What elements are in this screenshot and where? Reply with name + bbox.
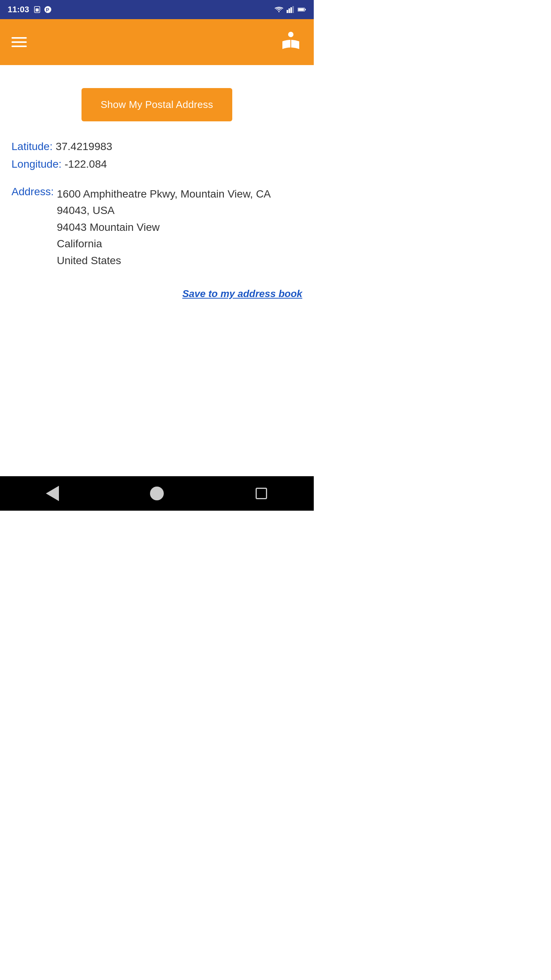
svg-rect-1 — [36, 8, 39, 11]
status-bar-left: 11:03 P — [8, 5, 52, 15]
battery-icon — [298, 5, 306, 14]
save-link-container: Save to my address book — [11, 288, 302, 300]
save-to-address-book-link[interactable]: Save to my address book — [182, 288, 302, 299]
pocket-casts-icon: P — [44, 5, 52, 14]
svg-point-4 — [279, 11, 280, 12]
svg-rect-11 — [298, 8, 304, 11]
hamburger-menu-icon[interactable] — [11, 37, 27, 47]
svg-rect-5 — [287, 10, 288, 13]
back-button[interactable] — [43, 484, 62, 503]
recents-square-icon — [256, 488, 267, 499]
wifi-icon — [275, 5, 283, 14]
svg-rect-7 — [290, 7, 292, 13]
signal-icon — [286, 5, 295, 14]
svg-rect-10 — [305, 9, 306, 10]
latitude-label: Latitude: — [11, 140, 52, 153]
svg-rect-8 — [292, 6, 294, 13]
main-content: Show My Postal Address Latitude: 37.4219… — [0, 65, 314, 476]
latitude-row: Latitude: 37.4219983 — [11, 140, 302, 153]
home-button[interactable] — [147, 484, 166, 503]
longitude-row: Longitude: -122.084 — [11, 158, 302, 170]
address-line-4: United States — [57, 252, 303, 269]
app-logo-icon — [279, 31, 302, 54]
svg-text:P: P — [46, 7, 49, 13]
recents-button[interactable] — [252, 484, 271, 503]
back-arrow-icon — [46, 486, 59, 501]
svg-rect-6 — [289, 8, 290, 13]
address-line-2: 94043 Mountain View — [57, 219, 303, 235]
status-icons: P — [33, 5, 52, 14]
status-bar-right — [275, 5, 306, 14]
home-circle-icon — [150, 487, 164, 500]
app-bar — [0, 19, 314, 65]
address-value: 1600 Amphitheatre Pkwy, Mountain View, C… — [57, 186, 303, 269]
longitude-value: -122.084 — [65, 158, 107, 170]
status-bar: 11:03 P — [0, 0, 314, 19]
address-line-1: 1600 Amphitheatre Pkwy, Mountain View, C… — [57, 186, 303, 219]
sim-card-icon — [33, 5, 41, 14]
address-section: Address: 1600 Amphitheatre Pkwy, Mountai… — [11, 186, 302, 269]
address-label: Address: — [11, 186, 54, 198]
latitude-value: 37.4219983 — [55, 140, 112, 153]
show-postal-address-button[interactable]: Show My Postal Address — [82, 88, 232, 121]
address-line-3: California — [57, 235, 303, 252]
status-time: 11:03 — [8, 5, 29, 15]
bottom-navigation — [0, 476, 314, 511]
location-data-section: Latitude: 37.4219983 Longitude: -122.084 — [11, 140, 302, 170]
svg-point-12 — [288, 32, 293, 37]
longitude-label: Longitude: — [11, 158, 62, 170]
